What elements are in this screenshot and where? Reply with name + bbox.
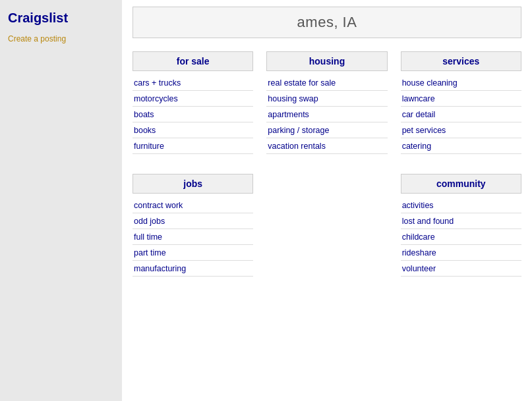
list-item-link[interactable]: full time	[134, 232, 162, 242]
community-list: activitieslost and foundchildcareridesha…	[401, 198, 521, 277]
list-item-link[interactable]: vacation rentals	[268, 142, 326, 151]
housing-title: housing	[266, 51, 387, 71]
list-item-link[interactable]: odd jobs	[134, 217, 165, 226]
list-item: housing swap	[266, 91, 387, 107]
list-item-link[interactable]: childcare	[402, 232, 435, 242]
list-item: books	[133, 122, 253, 138]
list-item: vacation rentals	[266, 138, 387, 154]
list-item: manufacturing	[133, 261, 253, 277]
list-item-link[interactable]: house cleaning	[402, 78, 458, 88]
list-item: furniture	[133, 138, 253, 154]
list-item: parking / storage	[266, 122, 387, 138]
list-item-link[interactable]: cars + trucks	[134, 78, 181, 88]
list-item-link[interactable]: lawncare	[402, 94, 435, 103]
housing-list: real estate for salehousing swapapartmen…	[266, 75, 387, 154]
create-posting-link[interactable]: Create a posting	[8, 34, 66, 43]
top-sections-row: for sale cars + trucksmotorcyclesboatsbo…	[133, 51, 521, 154]
jobs-list: contract workodd jobsfull timepart timem…	[133, 198, 253, 277]
list-item: activities	[401, 198, 521, 213]
list-item: apartments	[266, 107, 387, 122]
list-item: pet services	[401, 122, 521, 138]
list-item-link[interactable]: real estate for sale	[268, 78, 336, 88]
list-item: lost and found	[401, 213, 521, 229]
list-item: real estate for sale	[266, 75, 387, 91]
list-item: boats	[133, 107, 253, 122]
city-header: ames, IA	[133, 7, 521, 38]
list-item: catering	[401, 138, 521, 154]
section-jobs: jobs contract workodd jobsfull timepart …	[133, 174, 253, 277]
sidebar: Craigslist Create a posting	[0, 0, 122, 401]
list-item-link[interactable]: contract work	[134, 201, 183, 210]
list-item: rideshare	[401, 245, 521, 261]
list-item-link[interactable]: car detail	[402, 110, 436, 119]
list-item: childcare	[401, 229, 521, 245]
list-item: contract work	[133, 198, 253, 213]
services-list: house cleaninglawncarecar detailpet serv…	[401, 75, 521, 154]
list-item: part time	[133, 245, 253, 261]
list-item-link[interactable]: lost and found	[402, 217, 454, 226]
list-item: motorcycles	[133, 91, 253, 107]
list-item-link[interactable]: pet services	[402, 126, 446, 135]
list-item: lawncare	[401, 91, 521, 107]
list-item-link[interactable]: rideshare	[402, 248, 436, 257]
list-item-link[interactable]: housing swap	[268, 94, 318, 103]
for-sale-title: for sale	[133, 51, 253, 71]
list-item: house cleaning	[401, 75, 521, 91]
list-item-link[interactable]: boats	[134, 110, 154, 119]
main-content: ames, IA for sale cars + trucksmotorcycl…	[122, 0, 532, 401]
list-item: full time	[133, 229, 253, 245]
list-item: cars + trucks	[133, 75, 253, 91]
bottom-sections-row: jobs contract workodd jobsfull timepart …	[133, 174, 521, 277]
list-item-link[interactable]: furniture	[134, 142, 164, 151]
list-item-link[interactable]: part time	[134, 248, 166, 257]
section-for-sale: for sale cars + trucksmotorcyclesboatsbo…	[133, 51, 253, 154]
for-sale-list: cars + trucksmotorcyclesboatsbooksfurnit…	[133, 75, 253, 154]
section-community: community activitieslost and foundchildc…	[401, 174, 521, 277]
list-item-link[interactable]: apartments	[268, 110, 309, 119]
list-item: volunteer	[401, 261, 521, 277]
list-item-link[interactable]: motorcycles	[134, 94, 178, 103]
section-housing: housing real estate for salehousing swap…	[266, 51, 387, 154]
list-item-link[interactable]: books	[134, 126, 156, 135]
list-item-link[interactable]: activities	[402, 201, 434, 210]
section-empty-middle	[266, 174, 387, 277]
site-title: Craigslist	[8, 11, 114, 26]
community-title: community	[401, 174, 521, 194]
list-item: car detail	[401, 107, 521, 122]
section-services: services house cleaninglawncarecar detai…	[401, 51, 521, 154]
list-item-link[interactable]: parking / storage	[268, 126, 329, 135]
list-item: odd jobs	[133, 213, 253, 229]
jobs-title: jobs	[133, 174, 253, 194]
services-title: services	[401, 51, 521, 71]
list-item-link[interactable]: catering	[402, 142, 431, 151]
list-item-link[interactable]: volunteer	[402, 264, 436, 273]
list-item-link[interactable]: manufacturing	[134, 264, 186, 273]
